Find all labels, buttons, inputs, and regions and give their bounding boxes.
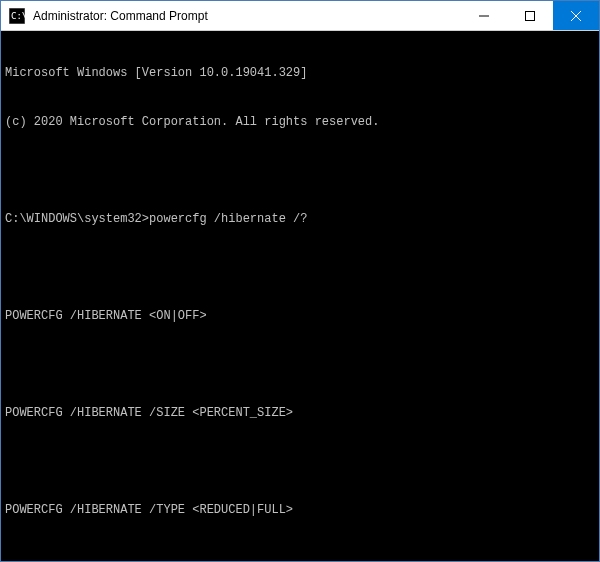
blank-line (5, 453, 595, 469)
blank-line (5, 356, 595, 372)
window-title: Administrator: Command Prompt (33, 9, 461, 23)
usage-line: POWERCFG /HIBERNATE /SIZE <PERCENT_SIZE> (5, 405, 595, 421)
blank-line (5, 163, 595, 179)
maximize-button[interactable] (507, 1, 553, 30)
close-button[interactable] (553, 1, 599, 30)
blank-line (5, 259, 595, 275)
svg-rect-3 (526, 11, 535, 20)
version-line: Microsoft Windows [Version 10.0.19041.32… (5, 65, 595, 81)
window-controls (461, 1, 599, 30)
svg-text:C:\: C:\ (11, 11, 25, 21)
prompt-line: C:\WINDOWS\system32>powercfg /hibernate … (5, 211, 595, 227)
terminal-output[interactable]: Microsoft Windows [Version 10.0.19041.32… (1, 31, 599, 561)
copyright-line: (c) 2020 Microsoft Corporation. All righ… (5, 114, 595, 130)
prompt: C:\WINDOWS\system32> (5, 212, 149, 226)
cmd-icon: C:\ (9, 8, 25, 24)
command-text: powercfg /hibernate /? (149, 212, 307, 226)
minimize-button[interactable] (461, 1, 507, 30)
usage-line: POWERCFG /HIBERNATE /TYPE <REDUCED|FULL> (5, 502, 595, 518)
command-prompt-window: C:\ Administrator: Command Prompt Micros… (0, 0, 600, 562)
blank-line (5, 550, 595, 561)
titlebar[interactable]: C:\ Administrator: Command Prompt (1, 1, 599, 31)
usage-line: POWERCFG /HIBERNATE <ON|OFF> (5, 308, 595, 324)
